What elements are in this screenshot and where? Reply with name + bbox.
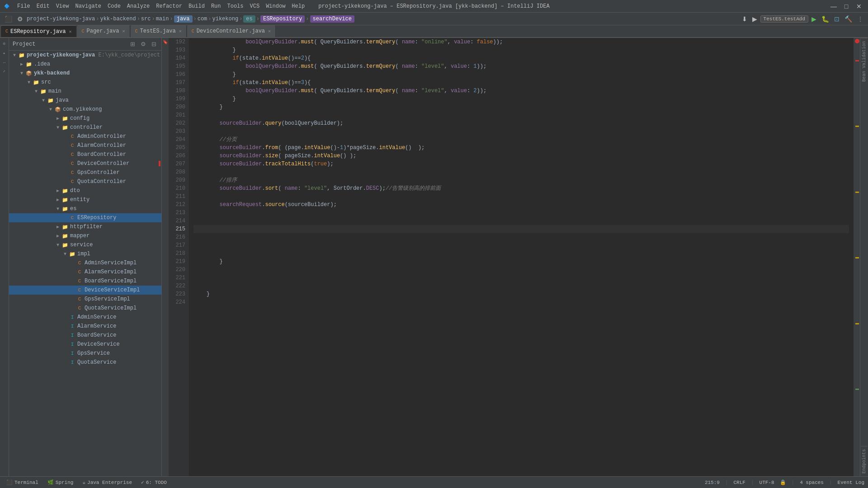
tree-project-root[interactable]: ▼ 📁 project-yikekong-java E:\ykk_code\pr… <box>9 51 161 60</box>
tree-idea[interactable]: ▶ 📁 .idea <box>9 60 161 69</box>
tree-gps-service[interactable]: I GpsService <box>9 349 161 358</box>
nav-fwd-arrow[interactable]: ▶ <box>750 14 759 23</box>
es-label[interactable]: es <box>243 15 255 23</box>
tree-board-service-impl[interactable]: C BoardServiceImpl <box>9 277 161 286</box>
run-controls[interactable]: ⬇ ▶ TestES.testAdd ▶ 🐛 ⊡ 🔨 ⋮ <box>740 14 865 23</box>
bottom-tab-terminal[interactable]: ⬛ Terminal <box>4 479 41 486</box>
yikekong-label[interactable]: yikekong <box>212 16 239 22</box>
tree-com-yikekong[interactable]: ▼ 📦 com.yikekong <box>9 105 161 114</box>
code-line-215[interactable] <box>193 225 849 233</box>
menu-tools[interactable]: Tools <box>225 2 246 10</box>
minimize-button[interactable]: — <box>828 2 839 11</box>
tree-device-service[interactable]: I DeviceService <box>9 340 161 349</box>
com-label[interactable]: com <box>198 16 208 22</box>
tab-close-testes[interactable]: ✕ <box>179 28 182 34</box>
tree-quota-controller[interactable]: C QuotaController <box>9 177 161 186</box>
close-button[interactable]: ✕ <box>854 2 864 11</box>
sidebar-settings-btn[interactable]: ⚙ <box>139 40 147 48</box>
tab-devicecontroller[interactable]: C DeviceController.java ✕ <box>187 25 276 37</box>
menu-refactor[interactable]: Refactor <box>153 2 185 10</box>
event-log[interactable]: Event Log <box>838 480 864 485</box>
side-panel-endpoints[interactable]: Endpoints <box>861 446 868 476</box>
nav-settings-button[interactable]: ⚙ <box>15 14 25 23</box>
run-config-selector[interactable]: TestES.testAdd <box>760 15 808 23</box>
tree-board-controller[interactable]: C BoardController <box>9 150 161 159</box>
vtab-git[interactable]: ↕ <box>1 60 8 66</box>
more-actions[interactable]: ⋮ <box>855 14 865 23</box>
tree-java[interactable]: ▼ 📁 java <box>9 96 161 105</box>
coverage-button[interactable]: ⊡ <box>832 14 841 23</box>
debug-button[interactable]: 🐛 <box>820 14 831 23</box>
tree-alarm-service[interactable]: I AlarmService <box>9 322 161 331</box>
vtab-structure[interactable]: ⚙ <box>1 40 8 48</box>
menu-window[interactable]: Window <box>263 2 288 10</box>
sidebar-expand-btn[interactable]: ⊞ <box>129 40 137 48</box>
bottom-tab-spring[interactable]: 🌿 Spring <box>45 479 76 486</box>
bottom-tab-todo[interactable]: ✓ 6: TODO <box>138 479 170 486</box>
code-area[interactable]: boolQueryBuilder.must( QueryBuilders.ter… <box>189 38 854 476</box>
menu-edit[interactable]: Edit <box>34 2 52 10</box>
vtab-favorites[interactable]: ★ <box>1 50 8 58</box>
nav-back-button[interactable]: ⬛ <box>3 14 14 23</box>
src-label[interactable]: src <box>141 16 151 22</box>
nav-icons-left[interactable]: ⬛ ⚙ <box>3 14 25 23</box>
tab-close-pager[interactable]: ✕ <box>123 28 125 34</box>
tab-close-esrepository[interactable]: ✕ <box>69 29 71 34</box>
side-panel-bean-validation[interactable]: Bean Validation <box>861 38 868 84</box>
tree-admin-service[interactable]: I AdminService <box>9 313 161 322</box>
cursor-position[interactable]: 215:9 <box>705 480 720 485</box>
tree-config[interactable]: ▶ 📁 config <box>9 114 161 123</box>
menu-run[interactable]: Run <box>208 2 224 10</box>
menu-navigate[interactable]: Navigate <box>72 2 104 10</box>
run-button[interactable]: ▶ <box>810 14 818 23</box>
tree-admin-controller[interactable]: C AdminController <box>9 132 161 141</box>
nav-back-arrow[interactable]: ⬇ <box>740 14 749 23</box>
menu-view[interactable]: View <box>53 2 72 10</box>
menu-help[interactable]: Help <box>289 2 307 10</box>
java-label[interactable]: java <box>174 15 193 23</box>
tree-quota-service[interactable]: I QuotaService <box>9 358 161 367</box>
tree-src[interactable]: ▼ 📁 src <box>9 78 161 87</box>
tree-dto[interactable]: ▶ 📁 dto <box>9 186 161 195</box>
menu-build[interactable]: Build <box>186 2 208 10</box>
tab-pager[interactable]: C Pager.java ✕ <box>77 25 130 37</box>
tree-main[interactable]: ▼ 📁 main <box>9 87 161 96</box>
module-name[interactable]: ykk-backend <box>100 16 136 22</box>
tree-gps-controller[interactable]: C GpsController <box>9 168 161 177</box>
tree-device-controller[interactable]: C DeviceController <box>9 159 161 168</box>
tree-controller[interactable]: ▼ 📁 controller <box>9 123 161 132</box>
build-button[interactable]: 🔨 <box>843 14 854 23</box>
menu-analyze[interactable]: Analyze <box>124 2 152 10</box>
tree-ykk-backend[interactable]: ▼ 📦 ykk-backend <box>9 69 161 78</box>
menu-code[interactable]: Code <box>105 2 123 10</box>
tree-board-service[interactable]: I BoardService <box>9 331 161 340</box>
tab-testes[interactable]: C TestES.java ✕ <box>131 25 187 37</box>
line-endings[interactable]: CRLF <box>734 480 745 485</box>
tree-alarm-controller[interactable]: C AlarmController <box>9 141 161 150</box>
tree-impl[interactable]: ▼ 📁 impl <box>9 249 161 258</box>
tree-admin-service-impl[interactable]: C AdminServiceImpl <box>9 258 161 267</box>
sidebar-gear-btn[interactable]: ⊟ <box>150 40 158 48</box>
menu-file[interactable]: File <box>14 2 33 10</box>
window-controls[interactable]: — □ ✕ <box>828 2 864 11</box>
charset[interactable]: UTF-8 <box>760 480 774 485</box>
tree-gps-service-impl[interactable]: C GpsServiceImpl <box>9 295 161 304</box>
tree-esrepository[interactable]: C ESRepository <box>9 213 161 222</box>
main-label[interactable]: main <box>156 16 169 22</box>
tree-mapper[interactable]: ▶ 📁 mapper <box>9 231 161 240</box>
tab-esrepository[interactable]: C ESRepository.java ✕ <box>0 25 76 37</box>
tree-httpfilter[interactable]: ▶ 📁 httpfilter <box>9 222 161 231</box>
tree-service[interactable]: ▼ 📁 service <box>9 240 161 249</box>
right-gutter[interactable] <box>854 38 860 476</box>
project-name[interactable]: project-yikekong-java <box>27 16 95 22</box>
search-device-label[interactable]: searchDevice <box>310 15 354 23</box>
menu-vcs[interactable]: VCS <box>247 2 263 10</box>
bottom-tab-java-enterprise[interactable]: ☕ Java Enterprise <box>80 479 135 486</box>
tree-es[interactable]: ▼ 📁 es <box>9 204 161 213</box>
maximize-button[interactable]: □ <box>841 2 852 11</box>
indent-setting[interactable]: 4 spaces <box>800 480 824 485</box>
tree-entity[interactable]: ▶ 📁 entity <box>9 195 161 204</box>
tree-quota-service-impl[interactable]: C QuotaServiceImpl <box>9 304 161 313</box>
tree-alarm-service-impl[interactable]: C AlarmServiceImpl <box>9 267 161 277</box>
tree-device-service-impl[interactable]: C DeviceServiceImpl <box>9 286 161 295</box>
